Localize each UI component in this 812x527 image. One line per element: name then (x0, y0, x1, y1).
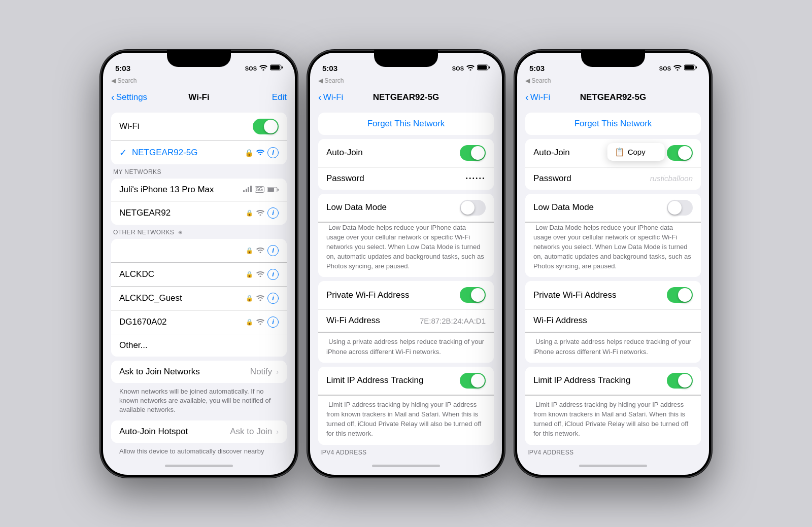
password-row[interactable]: Password rusticballoon (525, 167, 701, 190)
forget-network-button[interactable]: Forget This Network (525, 113, 701, 135)
back-button[interactable]: ‹ Wi-Fi (318, 91, 343, 103)
private-wifi-label: Private Wi-Fi Address (326, 290, 460, 300)
svg-point-8 (260, 214, 261, 216)
battery-icon (477, 64, 490, 72)
info-button[interactable]: i (267, 207, 279, 219)
private-wifi-section: Private Wi-Fi Address Wi-Fi Address 7E:8… (318, 281, 494, 362)
auto-join-row[interactable]: Auto-Join 📋 Copy (525, 139, 701, 167)
home-indicator (517, 458, 709, 475)
low-data-row[interactable]: Low Data Mode (525, 194, 701, 222)
auto-join-hotspot-body: Auto-Join Hotspot Ask to Join › (111, 420, 287, 443)
auto-join-toggle[interactable] (460, 145, 486, 161)
home-bar (372, 465, 440, 467)
connected-network-row[interactable]: ✓ NETGEAR92-5G 🔒 i (111, 141, 287, 164)
network-row-alckdc[interactable]: ALCKDC 🔒 i (111, 263, 287, 287)
home-bar (165, 465, 233, 467)
private-wifi-desc: Using a private address helps reduce tra… (326, 336, 484, 357)
wifi-icon (256, 209, 264, 217)
battery-icon (684, 64, 697, 72)
wifi-toggle-row[interactable]: Wi-Fi (111, 113, 287, 141)
limit-ip-section: Limit IP Address Tracking Limit IP addre… (525, 367, 701, 445)
content: Forget This Network Auto-Join 📋 Copy (517, 109, 709, 458)
phone-1: 5:03 SOS ◀ Search ‹ Settings Wi-Fi Edit (100, 50, 298, 478)
info-button[interactable]: i (267, 317, 279, 328)
svg-point-13 (470, 69, 471, 71)
limit-ip-toggle[interactable] (667, 373, 693, 389)
low-data-row[interactable]: Low Data Mode (318, 194, 494, 222)
private-wifi-row[interactable]: Private Wi-Fi Address (318, 281, 494, 309)
other-networks-section: OTHER NETWORKS ✳ 🔒 i (111, 229, 287, 357)
network-row-julis[interactable]: Juli's iPhone 13 Pro Max (111, 179, 287, 201)
lock-icon: 🔒 (246, 247, 253, 254)
my-networks-label: MY NETWORKS (111, 168, 287, 179)
limit-ip-row[interactable]: Limit IP Address Tracking (318, 367, 494, 395)
low-data-desc: Low Data Mode helps reduce your iPhone d… (326, 222, 484, 272)
low-data-body: Low Data Mode Low Data Mode helps reduce… (525, 194, 701, 277)
nav-bar: ‹ Settings Wi-Fi Edit (103, 86, 295, 109)
lock-icon: 🔒 (246, 319, 253, 326)
limit-ip-desc: Limit IP address tracking by hiding your… (533, 399, 688, 440)
svg-point-12 (260, 323, 261, 325)
svg-rect-2 (270, 65, 280, 69)
wifi-label: Wi-Fi (119, 121, 253, 131)
svg-rect-15 (478, 65, 487, 69)
notch (167, 50, 231, 67)
sos-label: SOS (245, 65, 257, 72)
network-icons: 🔒 i (245, 147, 279, 158)
info-button[interactable]: i (267, 147, 279, 158)
autojoin-body: Auto-Join Password •••••• (318, 139, 494, 190)
my-networks-body: Juli's iPhone 13 Pro Max (111, 179, 287, 225)
network-row-other[interactable]: Other... (111, 334, 287, 357)
network-name: Juli's iPhone 13 Pro Max (119, 185, 243, 195)
network-icons: 🔒 i (246, 207, 279, 219)
status-time: 5:03 (529, 64, 545, 73)
private-wifi-toggle[interactable] (667, 287, 693, 303)
forget-network-button[interactable]: Forget This Network (318, 113, 494, 135)
home-indicator (103, 458, 295, 475)
network-row-dg[interactable]: DG1670A02 🔒 i (111, 310, 287, 334)
back-button[interactable]: ‹ Wi-Fi (525, 91, 550, 103)
auto-join-toggle[interactable] (667, 145, 693, 161)
chevron-icon: › (276, 428, 279, 436)
wifi-signal-icon (466, 64, 475, 72)
autojoin-section: Auto-Join 📋 Copy Password rusticballoon (525, 139, 701, 190)
password-row[interactable]: Password •••••• (318, 167, 494, 190)
copy-tooltip[interactable]: 📋 Copy (607, 143, 665, 161)
wifi-toggle-section: Wi-Fi ✓ NETGEAR92-5G 🔒 (111, 113, 287, 164)
private-wifi-row[interactable]: Private Wi-Fi Address (525, 281, 701, 309)
auto-join-label: Auto-Join (326, 148, 460, 158)
svg-point-10 (260, 275, 261, 277)
back-button[interactable]: ‹ Settings (111, 91, 147, 103)
info-button[interactable]: i (267, 269, 279, 280)
password-label: Password (533, 173, 650, 184)
network-row-empty[interactable]: 🔒 i (111, 239, 287, 263)
ask-join-row[interactable]: Ask to Join Networks Notify › (111, 361, 287, 383)
svg-rect-20 (696, 66, 697, 68)
notch (374, 50, 438, 67)
low-data-toggle[interactable] (460, 200, 486, 216)
notch (581, 50, 645, 67)
low-data-section: Low Data Mode Low Data Mode helps reduce… (318, 194, 494, 277)
battery-icon (270, 64, 283, 72)
connected-network-name: NETGEAR92-5G (132, 148, 245, 158)
battery-small-icon (267, 186, 279, 194)
private-wifi-label: Private Wi-Fi Address (533, 290, 667, 300)
limit-ip-body: Limit IP Address Tracking Limit IP addre… (525, 367, 701, 445)
my-networks-section: MY NETWORKS Juli's iPhone 13 Pro Max (111, 168, 287, 225)
lock-icon: 🔒 (246, 295, 253, 302)
ipv4-section: IPV4 ADDRESS Configure IP Automatic › IP… (318, 449, 494, 458)
info-button[interactable]: i (267, 293, 279, 304)
network-row-alckdc-guest[interactable]: ALCKDC_Guest 🔒 i (111, 287, 287, 310)
auto-join-row[interactable]: Auto-Join (318, 139, 494, 167)
auto-join-hotspot-row[interactable]: Auto-Join Hotspot Ask to Join › (111, 420, 287, 443)
wifi-toggle[interactable] (253, 119, 279, 134)
private-wifi-toggle[interactable] (460, 287, 486, 303)
ask-join-note: Known networks will be joined automatica… (111, 383, 287, 417)
network-row-netgear92[interactable]: NETGEAR92 🔒 i (111, 201, 287, 225)
limit-ip-row[interactable]: Limit IP Address Tracking (525, 367, 701, 395)
low-data-toggle[interactable] (667, 200, 693, 216)
info-button[interactable]: i (267, 245, 279, 256)
limit-ip-toggle[interactable] (460, 373, 486, 389)
other-networks-body: 🔒 i ALCKDC 🔒 (111, 239, 287, 357)
edit-button[interactable]: Edit (272, 92, 287, 102)
